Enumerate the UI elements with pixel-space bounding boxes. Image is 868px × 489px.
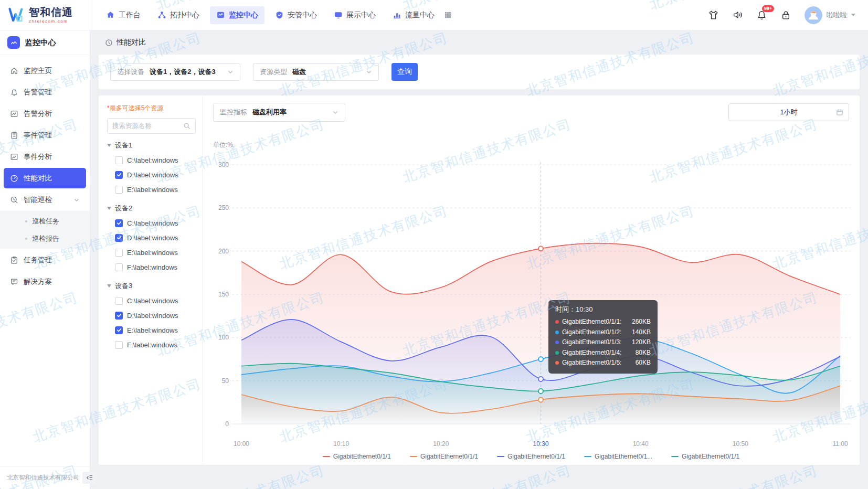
tree-item[interactable]: F:\label:windows xyxy=(107,260,196,274)
nav-item-topology[interactable]: 拓扑中心 xyxy=(151,6,206,24)
clipboard-icon xyxy=(10,131,18,140)
theme-shirt-icon[interactable] xyxy=(708,9,719,20)
legend-item[interactable]: GigabitEthernet0/1... xyxy=(584,453,652,460)
user-caret-down-icon xyxy=(851,14,855,16)
svg-text:300: 300 xyxy=(218,161,229,168)
device-select-label: 选择设备 xyxy=(117,67,144,77)
svg-text:150: 150 xyxy=(218,291,229,298)
device-select[interactable]: 选择设备 设备1，设备2，设备3 xyxy=(110,63,240,81)
traffic-icon xyxy=(393,10,401,19)
tree-item[interactable]: D:\label:windows xyxy=(107,308,196,323)
tree-group-toggle[interactable]: 设备1 xyxy=(107,141,196,150)
sidebar-item[interactable]: 事件管理 xyxy=(4,125,86,145)
sidebar: 监控中心 监控主页告警管理告警分析事件管理事件分析性能对比智能巡检巡检任务巡检报… xyxy=(0,30,90,489)
lock-icon[interactable] xyxy=(780,9,791,20)
resource-limit-note: *最多可选择5个资源 xyxy=(107,104,196,113)
resource-panel: *最多可选择5个资源 设备1C:\label:windowsD:\label:w… xyxy=(99,95,203,465)
performance-clock-icon xyxy=(105,39,113,47)
nav-item-display[interactable]: 展示中心 xyxy=(327,6,382,24)
sidebar-item[interactable]: 事件分析 xyxy=(4,146,86,167)
chart-panel: 监控指标 磁盘利用率 1小时 单位:% 05010015020025030010… xyxy=(203,95,860,465)
performance-chart[interactable]: 05010015020025030010:0010:1010:2010:3010… xyxy=(203,95,860,465)
sidebar-collapse-button[interactable] xyxy=(82,472,97,484)
sidebar-item[interactable]: 任务管理 xyxy=(4,250,86,270)
legend-item[interactable]: GigabitEthernet0/1/1 xyxy=(671,453,739,460)
chevron-down-icon xyxy=(73,197,80,203)
nav-item-security[interactable]: 安管中心 xyxy=(269,6,323,24)
app-title: 智和信通 xyxy=(29,7,73,17)
search-icon[interactable] xyxy=(183,122,190,130)
tree-item[interactable]: F:\label:windows xyxy=(107,337,196,352)
resource-type-label: 资源类型 xyxy=(260,67,287,77)
chartbox-icon xyxy=(10,110,18,118)
svg-text:10:00: 10:00 xyxy=(234,440,249,448)
nav-item-monitor[interactable]: 监控中心 xyxy=(210,6,264,24)
nav-item-workbench[interactable]: 工作台 xyxy=(100,6,147,24)
topbar-actions: 99+ 啦啦啦 xyxy=(708,6,868,24)
svg-text:10:40: 10:40 xyxy=(633,440,649,448)
checkbox[interactable] xyxy=(115,326,123,334)
sidebar-item[interactable]: 解决方案 xyxy=(4,271,86,292)
checkbox[interactable] xyxy=(115,312,123,320)
sidebar-item[interactable]: 告警管理 xyxy=(4,82,86,102)
apps-grid-icon[interactable] xyxy=(444,11,452,19)
sidebar-item[interactable]: 智能巡检 xyxy=(4,189,86,210)
legend-dash-icon xyxy=(410,456,417,457)
tree-group-toggle[interactable]: 设备3 xyxy=(107,281,196,291)
sidebar-subitem[interactable]: 巡检任务 xyxy=(0,212,90,230)
svg-text:250: 250 xyxy=(218,204,229,211)
sidebar-item[interactable]: 监控主页 xyxy=(4,60,86,81)
notification-badge: 99+ xyxy=(762,5,774,12)
legend-dash-icon xyxy=(323,456,330,457)
tree-item[interactable]: E:\label:windows xyxy=(107,323,196,337)
avatar xyxy=(805,6,822,24)
sidebar-item[interactable]: 告警分析 xyxy=(4,103,86,124)
notification-bell-icon[interactable]: 99+ xyxy=(756,9,767,20)
legend-item[interactable]: GigabitEthernet0/1/1 xyxy=(323,453,391,460)
tree-item[interactable]: E:\label:windows xyxy=(107,245,196,260)
sidebar-subitem[interactable]: 巡检报告 xyxy=(0,230,90,247)
user-menu[interactable]: 啦啦啦 xyxy=(805,6,855,24)
tree-group-toggle[interactable]: 设备2 xyxy=(107,204,196,213)
legend-item[interactable]: GigabitEthernet0/1/1 xyxy=(497,453,565,460)
sidebar-footer: 北京智和信通技术有限公司 xyxy=(0,466,90,489)
tree-item[interactable]: E:\label:windows xyxy=(107,182,196,197)
resource-search xyxy=(107,118,196,134)
sidebar-header: 监控中心 xyxy=(0,30,90,55)
bullet-dot xyxy=(25,238,27,240)
checkbox[interactable] xyxy=(115,186,123,194)
checkbox[interactable] xyxy=(115,263,123,271)
performance-panel: *最多可选择5个资源 设备1C:\label:windowsD:\label:w… xyxy=(99,95,860,465)
chevron-down-icon xyxy=(366,69,372,75)
topology-icon xyxy=(157,10,166,19)
monitor-icon xyxy=(216,10,225,19)
tree-item[interactable]: C:\label:windows xyxy=(107,216,196,230)
tree-item[interactable]: D:\label:windows xyxy=(107,230,196,245)
svg-text:10:10: 10:10 xyxy=(333,440,349,448)
resource-search-input[interactable] xyxy=(112,122,183,130)
svg-text:11:00: 11:00 xyxy=(832,440,848,448)
legend-dash-icon xyxy=(671,456,679,457)
legend-item[interactable]: GigabitEthernet0/1/1 xyxy=(410,453,478,460)
topbar: 智和信通 zhtelecom.com 工作台拓扑中心监控中心安管中心展示中心流量… xyxy=(0,0,868,30)
checkbox[interactable] xyxy=(115,341,123,349)
announcement-speaker-icon[interactable] xyxy=(732,9,743,20)
checkbox[interactable] xyxy=(115,156,123,164)
chart-legend: GigabitEthernet0/1/1GigabitEthernet0/1/1… xyxy=(203,453,860,460)
sidebar-item[interactable]: 性能对比 xyxy=(4,168,86,188)
solution-icon xyxy=(10,278,18,286)
main-nav: 工作台拓扑中心监控中心安管中心展示中心流量中心 xyxy=(100,6,441,24)
resource-type-select[interactable]: 资源类型 磁盘 xyxy=(253,63,379,81)
app-logo: 智和信通 zhtelecom.com xyxy=(0,0,92,30)
query-button[interactable]: 查询 xyxy=(391,63,418,81)
tree-item[interactable]: C:\label:windows xyxy=(107,293,196,308)
tree-item[interactable]: C:\label:windows xyxy=(107,153,196,167)
checkbox[interactable] xyxy=(115,234,123,242)
caret-down-icon xyxy=(107,207,111,210)
checkbox[interactable] xyxy=(115,249,123,257)
checkbox[interactable] xyxy=(115,171,123,179)
checkbox[interactable] xyxy=(115,219,123,227)
nav-item-traffic[interactable]: 流量中心 xyxy=(386,6,441,24)
checkbox[interactable] xyxy=(115,297,123,305)
tree-item[interactable]: D:\label:windows xyxy=(107,167,196,182)
